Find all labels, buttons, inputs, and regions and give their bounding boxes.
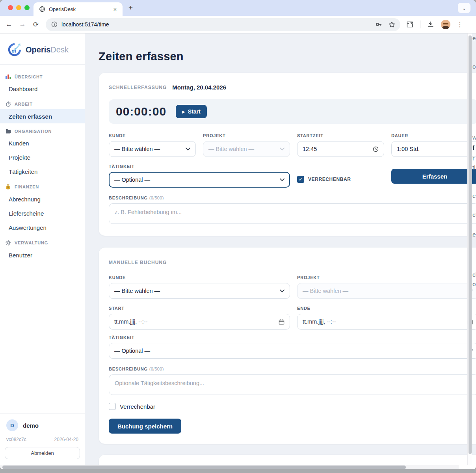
new-tab-button[interactable]: + [128, 4, 133, 12]
beschreibung-label: BESCHREIBUNG (0/500) [109, 196, 476, 200]
tab-title: OperisDesk [49, 6, 112, 12]
toolbar-actions: ⋮ [406, 20, 468, 29]
my-bookings-card: MEINE BUCHUNGEN Lädt... [99, 454, 476, 465]
password-key-icon[interactable] [375, 20, 383, 28]
sidebar-item-projekte[interactable]: Projekte [0, 150, 85, 164]
bar-chart-icon [6, 74, 11, 79]
site-info-icon[interactable] [51, 21, 58, 28]
nav-section-finanzen: $ FINANZEN [0, 179, 85, 192]
startzeit-label: STARTZEIT [297, 133, 384, 138]
sidebar-item-benutzer[interactable]: Benutzer [0, 248, 85, 262]
sidebar-item-auswertungen[interactable]: Auswertungen [0, 220, 85, 235]
right-edge-clipped-content: el o w f r ti e ct ei ck o [472, 34, 476, 465]
startzeit-input[interactable]: 12:45 [297, 141, 384, 157]
current-date: Montag, 20.04.2026 [172, 84, 226, 91]
horizontal-scrollbar-thumb[interactable] [2, 466, 406, 469]
app-logo: OperisDesk [0, 34, 85, 64]
sidebar-item-kunden[interactable]: Kunden [0, 136, 85, 150]
stopwatch-icon [6, 101, 11, 107]
tab-search-chevron-icon[interactable]: ⌄ [458, 3, 470, 13]
app-viewport: OperisDesk ÜBERSICHT Dashboard ARBEIT [0, 34, 476, 465]
logo-wordmark: OperisDesk [26, 45, 69, 54]
manual-beschreibung-textarea[interactable] [109, 374, 476, 395]
bookmark-star-icon[interactable] [388, 21, 396, 28]
save-booking-button[interactable]: Buchung speichern [109, 419, 181, 434]
tab-close-icon[interactable]: × [112, 6, 119, 13]
beschreibung-label: BESCHREIBUNG (0/500) [109, 367, 476, 371]
user-avatar: D [6, 419, 18, 431]
money-bag-icon: $ [6, 184, 11, 190]
chevron-down-icon [280, 289, 284, 292]
browser-tab[interactable]: OperisDesk × [33, 2, 123, 16]
sidebar-user-box: D demo vc082c7c 2026-04-20 Abmelden [0, 413, 85, 465]
manual-kunde-select[interactable]: — Bitte wählen — [109, 283, 290, 299]
reload-icon[interactable]: ⟳ [29, 20, 43, 29]
sidebar-item-lieferscheine[interactable]: Lieferscheine [0, 206, 85, 220]
clipped-text: ti [472, 164, 476, 171]
clipped-text: o [472, 281, 476, 287]
quick-entry-section-label: SCHNELLERFASSUNG [109, 85, 167, 90]
browser-window: OperisDesk × + ⌄ ← → ⟳ localhost:5174/ti… [0, 0, 476, 470]
timer-box: 00:00:00 ▶ Start [109, 99, 476, 124]
page-title: Zeiten erfassen [99, 50, 476, 63]
clipped-text: ck [472, 271, 476, 278]
checkbox-unchecked-icon[interactable] [109, 403, 116, 410]
sidebar-item-zeiten-erfassen[interactable]: Zeiten erfassen [0, 109, 85, 123]
start-datetime-input[interactable]: tt.mm.jjjj, --:-- [109, 314, 290, 330]
svg-text:$: $ [7, 186, 9, 189]
nav-section-arbeit: ARBEIT [0, 96, 85, 109]
chevron-down-icon [280, 178, 284, 181]
ende-label: ENDE [297, 306, 476, 311]
tab-strip: OperisDesk × + ⌄ [0, 0, 476, 16]
profile-avatar[interactable] [441, 20, 450, 29]
sidebar-item-dashboard[interactable]: Dashboard [0, 82, 85, 96]
nav-section-verwaltung: VERWALTUNG [0, 235, 85, 248]
browser-menu-icon[interactable]: ⋮ [457, 21, 463, 28]
vertical-scrollbar-thumb[interactable] [469, 35, 472, 454]
folder-icon [6, 129, 11, 134]
url-text[interactable]: localhost:5174/time [61, 21, 375, 28]
projekt-label: PROJEKT [297, 275, 476, 280]
beschreibung-textarea[interactable] [109, 203, 476, 224]
taetigkeit-label: TÄTIGKEIT [109, 335, 476, 340]
manual-booking-card: MANUELLE BUCHUNG KUNDE — Bitte wählen — … [99, 247, 476, 444]
logout-button[interactable]: Abmelden [5, 447, 80, 459]
clipped-text: e [472, 192, 476, 199]
taetigkeit-select[interactable]: — Optional — [109, 172, 290, 188]
chevron-down-icon [280, 147, 284, 151]
manual-verrechenbar-checkbox-row[interactable]: Verrechenbar [109, 403, 476, 410]
vertical-scrollbar[interactable] [467, 34, 472, 465]
start-timer-button[interactable]: ▶ Start [176, 105, 207, 118]
minimize-window-button[interactable] [16, 5, 21, 10]
taetigkeit-label: TÄTIGKEIT [109, 164, 290, 169]
main-area: Zeiten erfassen SCHNELLERFASSUNG Montag,… [85, 34, 476, 465]
zoom-window-button[interactable] [24, 5, 30, 10]
sidebar-nav: ÜBERSICHT Dashboard ARBEIT Zeiten erfass… [0, 65, 85, 413]
back-icon[interactable]: ← [2, 20, 16, 28]
clock-icon[interactable] [373, 146, 379, 152]
checkbox-checked-icon[interactable]: ✓ [297, 176, 304, 183]
ende-datetime-input[interactable]: tt.mm.jjjj, --:-- [297, 314, 476, 330]
clipped-text: ct [472, 211, 476, 218]
dauer-label: DAUER [391, 133, 476, 138]
calendar-icon[interactable] [279, 319, 284, 325]
manual-taetigkeit-select[interactable]: — Optional — [109, 343, 476, 359]
manual-projekt-select: — Bitte wählen — [297, 283, 476, 299]
forward-icon: → [16, 20, 29, 28]
download-icon[interactable] [427, 20, 435, 28]
address-bar[interactable]: localhost:5174/time [46, 18, 400, 31]
extensions-icon[interactable] [406, 20, 414, 28]
timer-display: 00:00:00 [116, 105, 166, 118]
toolbar-divider [420, 20, 420, 28]
clipped-text: w [472, 134, 476, 141]
close-window-button[interactable] [8, 5, 13, 10]
gear-icon [6, 240, 11, 246]
dauer-input[interactable]: 1:00 Std. [391, 141, 476, 157]
desktop-background [0, 469, 476, 473]
kunde-select[interactable]: — Bitte wählen — [109, 141, 196, 157]
verrechenbar-checkbox-row[interactable]: ✓ VERRECHENBAR [297, 176, 351, 183]
play-icon: ▶ [182, 110, 185, 114]
erfassen-button[interactable]: Erfassen [391, 169, 476, 184]
sidebar-item-taetigkeiten[interactable]: Tätigkeiten [0, 164, 85, 179]
sidebar-item-abrechnung[interactable]: Abrechnung [0, 192, 85, 206]
